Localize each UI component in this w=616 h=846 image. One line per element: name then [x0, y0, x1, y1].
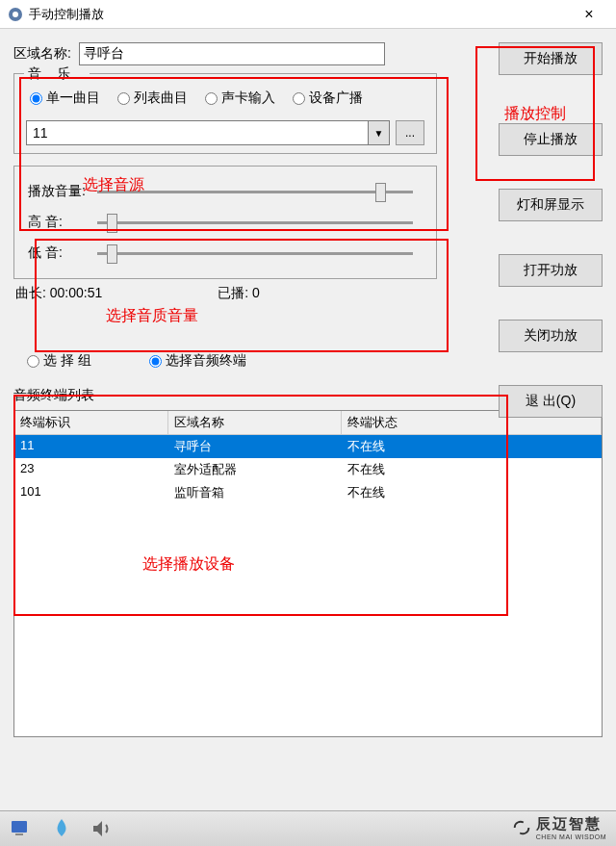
- exit-button[interactable]: 退 出(Q): [499, 385, 603, 418]
- brand-logo: 辰迈智慧 CHEN MAI WISDOM: [511, 815, 606, 840]
- close-icon[interactable]: ×: [570, 6, 608, 23]
- chevron-down-icon[interactable]: ▼: [368, 121, 389, 144]
- taskbar-droplet-icon[interactable]: [50, 817, 73, 840]
- svg-rect-3: [15, 833, 23, 835]
- time-row: 曲长: 00:00:51 已播: 0: [13, 279, 445, 304]
- browse-button[interactable]: ...: [396, 120, 424, 145]
- button-column: 开始播放 停止播放 灯和屏显示 打开功放 关闭功放 退 出(Q): [499, 42, 603, 418]
- source-combo[interactable]: 11 ▼: [26, 120, 390, 145]
- zone-row: 区域名称:: [13, 42, 445, 65]
- taskbar-speaker-icon[interactable]: [90, 817, 114, 840]
- stop-play-button[interactable]: 停止播放: [499, 123, 603, 156]
- start-play-button[interactable]: 开始播放: [499, 42, 603, 75]
- svg-rect-2: [12, 821, 27, 833]
- music-legend: 音乐: [24, 65, 90, 83]
- mode-device[interactable]: 设备广播: [293, 90, 363, 107]
- select-terminal[interactable]: 选择音频终端: [149, 352, 246, 370]
- table-row[interactable]: 11寻呼台不在线: [14, 435, 602, 458]
- taskbar: 辰迈智慧 CHEN MAI WISDOM: [0, 810, 616, 846]
- treble-label: 高 音:: [28, 214, 97, 231]
- terminal-section: 音频终端列表 终端标识 区域名称 终端状态 11寻呼台不在线23室外适配器不在线…: [13, 385, 603, 737]
- mode-soundcard[interactable]: 声卡输入: [205, 90, 275, 107]
- terminal-list: 终端标识 区域名称 终端状态 11寻呼台不在线23室外适配器不在线101监听音箱…: [13, 410, 603, 737]
- bass-label: 低 音:: [28, 244, 97, 262]
- mode-single[interactable]: 单一曲目: [30, 90, 100, 107]
- played-value: 0: [252, 285, 260, 300]
- music-fieldset: 音乐 单一曲目 列表曲目 声卡输入 设备广播 11 ▼ ...: [13, 73, 437, 154]
- mode-list[interactable]: 列表曲目: [117, 90, 188, 107]
- amp-off-button[interactable]: 关闭功放: [499, 320, 603, 352]
- anno-quality: 选择音质音量: [106, 306, 198, 326]
- taskbar-monitor-icon[interactable]: [10, 817, 33, 840]
- zone-name-input[interactable]: [79, 42, 385, 65]
- volume-label: 播放音量:: [28, 183, 97, 200]
- window-title: 手动控制播放: [29, 6, 570, 23]
- table-row[interactable]: 23室外适配器不在线: [14, 458, 602, 481]
- select-group[interactable]: 选 择 组: [27, 352, 91, 370]
- amp-on-button[interactable]: 打开功放: [499, 254, 603, 287]
- treble-slider[interactable]: [97, 221, 413, 224]
- light-screen-button[interactable]: 灯和屏显示: [499, 189, 603, 221]
- app-icon: [8, 7, 23, 22]
- volume-slider[interactable]: [97, 191, 413, 193]
- table-row[interactable]: 101监听音箱不在线: [14, 481, 602, 504]
- music-mode-radios: 单一曲目 列表曲目 声卡输入 设备广播: [26, 84, 424, 116]
- bass-slider[interactable]: [97, 252, 413, 255]
- brand-icon: [511, 817, 532, 838]
- svg-point-1: [13, 12, 18, 17]
- sliders-box: 播放音量: 高 音: 低 音:: [13, 166, 437, 279]
- zone-label: 区域名称:: [13, 45, 71, 63]
- titlebar: 手动控制播放 ×: [0, 0, 616, 29]
- length-value: 00:00:51: [50, 285, 103, 300]
